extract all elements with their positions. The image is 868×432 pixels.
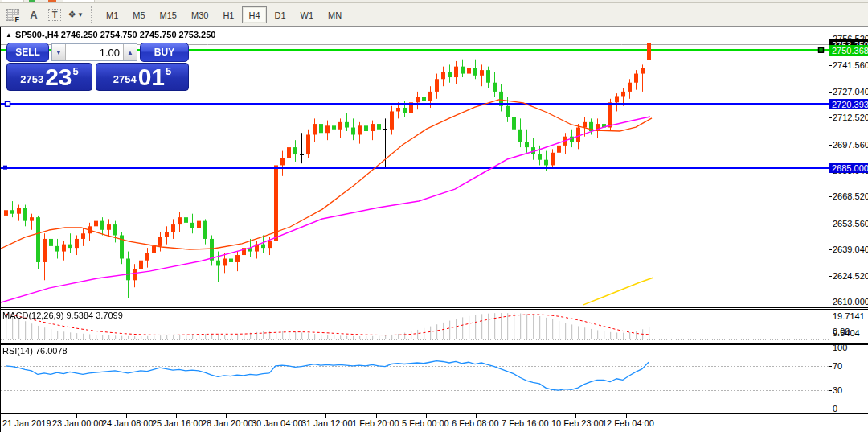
time-tick-label: 5 Feb 00:00 xyxy=(402,418,449,428)
rsi-axis-label: 100 xyxy=(833,343,847,352)
sell-price-small: 2753 xyxy=(20,73,43,85)
time-tick-label: 24 Jan 08:00 xyxy=(102,418,154,428)
rsi-axis-label: 70 xyxy=(833,361,842,371)
cursor-mode-button[interactable]: ❖ ▼ xyxy=(66,6,85,24)
time-tick-mark xyxy=(76,414,77,418)
time-tick-mark xyxy=(626,414,627,418)
axis-divider xyxy=(829,27,829,414)
time-tick-mark xyxy=(276,414,276,418)
price-tick-label: 2639.040 xyxy=(833,245,868,254)
time-tick-label: 7 Feb 16:00 xyxy=(502,418,549,428)
time-tick-label: 23 Jan 00:00 xyxy=(52,418,104,428)
toolbar: F A T ❖ ▼ M1M5M15M30H1H4D1W1MN xyxy=(0,3,868,27)
volume-control: ▼ ▲ xyxy=(51,43,137,61)
time-tick-label: 30 Jan 04:00 xyxy=(252,418,303,428)
one-click-trading-panel: SELL ▼ ▲ BUY 2753 23 5 2754 01 5 xyxy=(6,43,189,91)
time-tick-mark xyxy=(376,414,377,418)
timeframe-button-d1[interactable]: D1 xyxy=(268,6,293,23)
buy-price-sup: 5 xyxy=(166,65,171,77)
arrow-tool-button[interactable]: A xyxy=(24,6,43,24)
clipped-button xyxy=(2,0,24,2)
price-pane: ▲SP500-,H4 2746.250 2754.750 2745.750 27… xyxy=(1,27,868,308)
chart-title-text: SP500-,H4 2746.250 2754.750 2745.750 275… xyxy=(15,30,216,39)
rsi-axis-label: 30 xyxy=(833,385,842,395)
price-tick-label: 2697.560 xyxy=(833,140,868,150)
price-level-badge: 2685.000 xyxy=(829,163,868,173)
time-tick-mark xyxy=(126,414,127,418)
price-tick-label: 2727.040 xyxy=(833,87,868,97)
chevron-down-icon: ▼ xyxy=(77,11,84,19)
price-level-badge: 2750.368 xyxy=(829,45,868,56)
macd-axis-label: 9.5404 xyxy=(833,328,860,338)
buy-button[interactable]: BUY xyxy=(140,43,189,62)
buy-price-button[interactable]: 2754 01 5 xyxy=(96,63,189,91)
toolbar-separator xyxy=(91,6,96,23)
time-tick-label: 31 Jan 12:00 xyxy=(301,418,353,428)
time-tick-label: 21 Jan 2019 xyxy=(2,418,51,428)
time-tick-label: 6 Feb 08:00 xyxy=(452,418,499,428)
cursor-mode-icon: ❖ xyxy=(68,9,75,20)
timeframe-button-h4[interactable]: H4 xyxy=(242,6,266,23)
time-tick-label: 10 Feb 23:00 xyxy=(551,418,604,428)
chart-window: ▲SP500-,H4 2746.250 2754.750 2745.750 27… xyxy=(0,27,868,432)
time-tick-label: 1 Feb 20:00 xyxy=(352,418,399,428)
sell-button[interactable]: SELL xyxy=(6,43,49,62)
collapse-triangle-icon[interactable]: ▲ xyxy=(6,31,12,39)
time-tick-mark xyxy=(575,414,576,418)
time-tick-mark xyxy=(326,414,326,418)
chart-title: ▲SP500-,H4 2746.250 2754.750 2745.750 27… xyxy=(6,30,215,39)
macd-axis-label: 19.7141 xyxy=(833,311,865,321)
indicators-grid-icon[interactable]: F xyxy=(3,6,23,24)
rsi-pane: RSI(14) 76.0078 10070300 xyxy=(1,344,868,414)
timeframe-button-m30[interactable]: M30 xyxy=(185,6,215,23)
timeframe-button-w1[interactable]: W1 xyxy=(294,6,321,23)
timeframe-button-m1[interactable]: M1 xyxy=(100,6,125,23)
sell-price-sup: 5 xyxy=(73,65,79,77)
macd-canvas[interactable] xyxy=(1,310,829,343)
time-axis[interactable]: 21 Jan 201923 Jan 00:0024 Jan 08:0025 Ja… xyxy=(1,414,868,432)
time-tick-label: 25 Jan 16:00 xyxy=(152,418,203,428)
grid-f-icon: F xyxy=(6,9,19,21)
time-tick-mark xyxy=(426,414,427,418)
text-label-icon: T xyxy=(48,9,61,21)
time-tick-mark xyxy=(526,414,526,418)
price-tick-label: 2741.560 xyxy=(833,60,868,70)
rsi-axis-label: 0 xyxy=(833,404,837,413)
sell-price-button[interactable]: 2753 23 5 xyxy=(6,63,92,91)
time-tick-mark xyxy=(27,414,27,418)
timeframe-button-m5[interactable]: M5 xyxy=(126,6,151,23)
price-tick-label: 2668.520 xyxy=(833,191,868,201)
letter-a-icon: A xyxy=(30,9,37,21)
rsi-label: RSI(14) 76.0078 xyxy=(2,346,68,356)
buy-price-small: 2754 xyxy=(113,73,137,85)
volume-decrease-button[interactable]: ▼ xyxy=(52,44,66,60)
trade-controls-row: SELL ▼ ▲ BUY xyxy=(6,43,189,62)
rsi-canvas[interactable] xyxy=(1,345,829,413)
clipped-orange-button xyxy=(48,0,56,2)
time-tick-mark xyxy=(226,414,227,418)
timeframe-group: M1M5M15M30H1H4D1W1MN xyxy=(99,6,349,23)
price-tick-label: 2624.520 xyxy=(833,271,868,281)
timeframe-button-mn[interactable]: MN xyxy=(321,6,348,23)
volume-increase-button[interactable]: ▲ xyxy=(123,44,137,60)
buy-price-big: 01 xyxy=(138,66,165,88)
price-tick-label: 2712.520 xyxy=(833,113,868,122)
timeframe-button-m15[interactable]: M15 xyxy=(154,6,183,23)
clipped-green-button xyxy=(29,0,35,2)
price-level-badge: 2720.393 xyxy=(829,99,868,109)
timeframe-button-h1[interactable]: H1 xyxy=(216,6,240,23)
sell-price-big: 23 xyxy=(45,66,72,88)
price-tick-label: 2653.560 xyxy=(833,219,868,228)
time-tick-mark xyxy=(176,414,177,418)
clipped-button xyxy=(63,0,95,2)
time-tick-label: 12 Feb 04:00 xyxy=(602,418,654,428)
price-tick-label: 2610.000 xyxy=(833,297,868,307)
text-label-button[interactable]: T xyxy=(45,6,64,24)
macd-label: MACD(12,26,9) 9.5384 3.7099 xyxy=(2,311,123,320)
volume-input[interactable] xyxy=(66,44,123,60)
macd-pane: MACD(12,26,9) 9.5384 3.7099 19.71410.009… xyxy=(1,309,868,344)
terminal-window: F A T ❖ ▼ M1M5M15M30H1H4D1W1MN ▲SP500-,H… xyxy=(0,0,868,432)
time-tick-mark xyxy=(476,414,477,418)
time-tick-label: 28 Jan 20:00 xyxy=(202,418,253,428)
